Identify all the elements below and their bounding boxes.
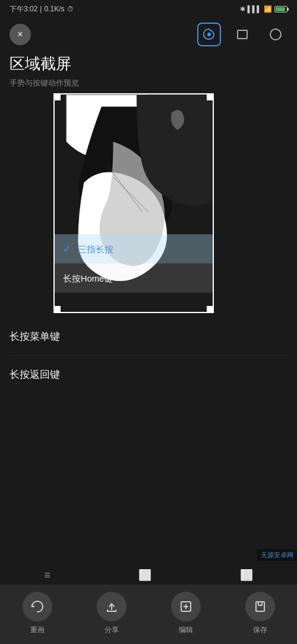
bluetooth-icon: ✱	[240, 5, 245, 13]
redraw-icon	[30, 599, 45, 614]
close-button[interactable]: ×	[10, 24, 31, 45]
share-icon	[105, 599, 119, 614]
page-title: 区域截屏	[0, 51, 297, 77]
share-button[interactable]: 分享	[97, 592, 127, 635]
edit-icon	[179, 599, 193, 614]
signal-icon: ▌▌▌	[248, 5, 261, 12]
status-time-network: 下午3:02 | 0.1K/s ⏱	[10, 4, 74, 14]
save-icon-container	[245, 592, 275, 621]
top-bar: ×	[0, 18, 297, 51]
circle-icon	[268, 27, 283, 42]
shape-controls	[197, 23, 287, 46]
share-icon-container	[97, 592, 127, 621]
bottom-toolbar: 重画 分享 编辑	[0, 585, 297, 644]
long-press-back-item[interactable]: 长按返回键	[10, 356, 287, 393]
save-button[interactable]: 保存	[245, 592, 275, 635]
svg-text:✓: ✓	[63, 244, 71, 254]
network-icon: ⏱	[67, 5, 74, 12]
nav-home-icon[interactable]: ⬜	[138, 569, 151, 582]
svg-rect-3	[238, 30, 247, 39]
watermark: 天源安卓网	[257, 550, 297, 561]
edit-icon-container	[171, 592, 201, 621]
preview-box: ✓ 三指长按 长按Home键	[53, 93, 214, 313]
screenshot-preview-graphic: ✓ 三指长按 长按Home键	[55, 94, 213, 312]
svg-rect-17	[256, 602, 264, 611]
corner-tr	[207, 93, 214, 100]
save-label: 保存	[253, 625, 267, 635]
corner-bl	[53, 306, 61, 313]
redraw-button[interactable]: 重画	[23, 592, 52, 635]
rect-shape-button[interactable]	[230, 23, 254, 46]
share-label: 分享	[105, 625, 119, 635]
freeform-shape-button[interactable]	[197, 23, 221, 46]
status-bar: 下午3:02 | 0.1K/s ⏱ ✱ ▌▌▌ 📶	[0, 0, 297, 18]
status-icons: ✱ ▌▌▌ 📶	[240, 5, 287, 13]
svg-text:长按Home键: 长按Home键	[63, 274, 113, 283]
svg-text:三指长按: 三指长按	[78, 245, 113, 254]
settings-items: 长按菜单键 长按返回键	[0, 318, 297, 393]
edit-label: 编辑	[179, 625, 193, 635]
status-network: 0.1K/s	[44, 5, 64, 13]
corner-tl	[53, 93, 61, 100]
redraw-icon-container	[23, 592, 52, 621]
circle-shape-button[interactable]	[264, 23, 287, 46]
page-subtitle: 手势与按键动作预览	[0, 77, 297, 93]
battery-icon	[274, 6, 287, 12]
edit-button[interactable]: 编辑	[171, 592, 201, 635]
save-icon	[253, 599, 267, 614]
rect-icon	[235, 27, 249, 42]
long-press-menu-item[interactable]: 长按菜单键	[10, 318, 287, 356]
redraw-label: 重画	[30, 625, 45, 635]
status-separator: |	[40, 5, 42, 13]
freeform-icon	[202, 27, 216, 42]
status-time: 下午3:02	[10, 4, 37, 14]
preview-container: ✓ 三指长按 长按Home键	[53, 93, 214, 313]
svg-point-4	[270, 29, 281, 40]
wifi-icon: 📶	[264, 5, 272, 13]
corner-br	[207, 306, 214, 313]
nav-back-icon[interactable]: ≡	[44, 569, 50, 582]
nav-recents-icon[interactable]: ⬜	[240, 569, 253, 582]
nav-hint-bar: ≡ ⬜ ⬜	[0, 566, 297, 585]
